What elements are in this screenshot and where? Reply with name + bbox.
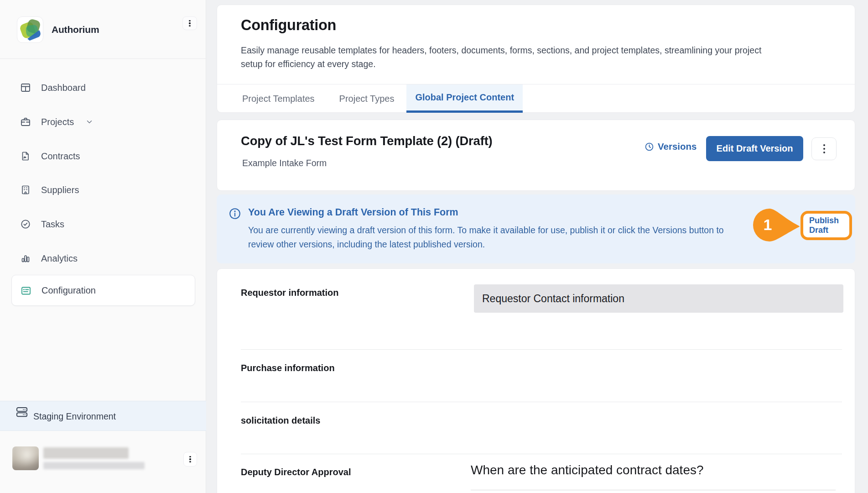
annotation-arrow [750, 206, 801, 245]
page-description: setup for efficiency at every stage. [241, 59, 376, 69]
template-card: Copy of JL's Test Form Template (2) (Dra… [217, 120, 855, 191]
tab-bar: Project Templates Project Types Global P… [217, 84, 855, 113]
sidebar-item-analytics[interactable]: Analytics [0, 248, 206, 269]
sidebar: Authorium Dashboard Projects Contracts [0, 0, 206, 493]
sidebar-item-dashboard[interactable]: Dashboard [0, 77, 206, 98]
template-subtitle: Example Intake Form [242, 158, 327, 168]
draft-version-banner: You Are Viewing a Draft Version of This … [217, 194, 855, 263]
publish-draft-label: Publish Draft [803, 216, 836, 236]
clock-icon [645, 142, 654, 152]
sidebar-item-label: Tasks [41, 219, 64, 230]
info-icon [229, 208, 241, 220]
row-divider [241, 349, 842, 350]
publish-draft-button[interactable]: Publish Draft [800, 211, 852, 240]
configuration-header-card: Configuration Easily manage reusable tem… [217, 5, 855, 113]
sidebar-item-configuration[interactable]: Configuration [11, 275, 195, 306]
authorium-logo [17, 16, 43, 43]
logo-leaves-icon [17, 17, 43, 43]
sidebar-divider [0, 58, 206, 59]
sidebar-menu-button[interactable] [182, 16, 197, 30]
template-title: Copy of JL's Test Form Template (2) (Dra… [241, 134, 493, 148]
tab-project-types[interactable]: Project Types [327, 84, 407, 113]
banner-title: You Are Viewing a Draft Version of This … [248, 207, 458, 218]
versions-link[interactable]: Versions [645, 141, 696, 152]
server-icon [16, 406, 28, 418]
bar-chart-icon [20, 253, 31, 264]
dashboard-icon [20, 82, 31, 93]
kebab-icon [823, 144, 825, 153]
sidebar-item-label: Suppliers [41, 185, 79, 195]
template-menu-button[interactable] [811, 137, 837, 160]
form-row-label: Purchase information [241, 363, 335, 373]
briefcase-icon [20, 116, 31, 127]
form-question-text: When are the anticipated contract dates? [471, 463, 704, 477]
user-name-redacted [43, 447, 129, 459]
banner-body-line: You are currently viewing a draft versio… [248, 225, 724, 236]
sidebar-item-contracts[interactable]: Contracts [0, 146, 206, 167]
sidebar-item-label: Configuration [42, 285, 96, 296]
sidebar-item-suppliers[interactable]: Suppliers [0, 179, 206, 200]
contract-document-icon [20, 151, 31, 162]
versions-label: Versions [658, 141, 696, 152]
user-email-redacted [43, 462, 145, 469]
sidebar-item-projects[interactable]: Projects [0, 111, 206, 132]
question-underline [471, 490, 836, 490]
row-divider [241, 402, 842, 402]
avatar[interactable] [12, 446, 39, 470]
sidebar-item-label: Analytics [41, 253, 78, 264]
row-divider [241, 454, 842, 454]
sidebar-item-label: Dashboard [41, 83, 86, 93]
section-header-box[interactable]: Requestor Contact information [474, 284, 843, 313]
form-card-icon [21, 285, 31, 296]
building-icon [20, 184, 31, 195]
sidebar-item-label: Contracts [41, 151, 80, 162]
form-row-label: Requestor information [241, 288, 338, 298]
environment-label: Staging Environment [33, 411, 116, 422]
sidebar-item-label: Projects [41, 117, 74, 127]
page-title: Configuration [241, 17, 336, 34]
section-header-label: Requestor Contact information [482, 293, 624, 305]
kebab-icon [189, 20, 190, 27]
task-check-icon [20, 219, 31, 230]
tab-project-templates[interactable]: Project Templates [230, 84, 327, 113]
form-row-label: solicitation details [241, 415, 320, 426]
tab-global-project-content[interactable]: Global Project Content [406, 84, 523, 113]
chevron-down-icon [85, 118, 94, 126]
banner-body-line: review other versions, including the lat… [248, 239, 485, 250]
brand-name: Authorium [52, 24, 99, 35]
form-preview-card: Requestor information Requestor Contact … [217, 268, 855, 493]
environment-selector[interactable]: Staging Environment [0, 401, 206, 431]
edit-draft-version-button[interactable]: Edit Draft Version [706, 136, 803, 161]
user-menu-button[interactable] [183, 452, 197, 467]
sidebar-item-tasks[interactable]: Tasks [0, 214, 206, 235]
form-row-label: Deputy Director Approval [241, 467, 351, 477]
page-description: Easily manage reusable templates for hea… [241, 45, 761, 56]
kebab-icon [189, 456, 191, 463]
